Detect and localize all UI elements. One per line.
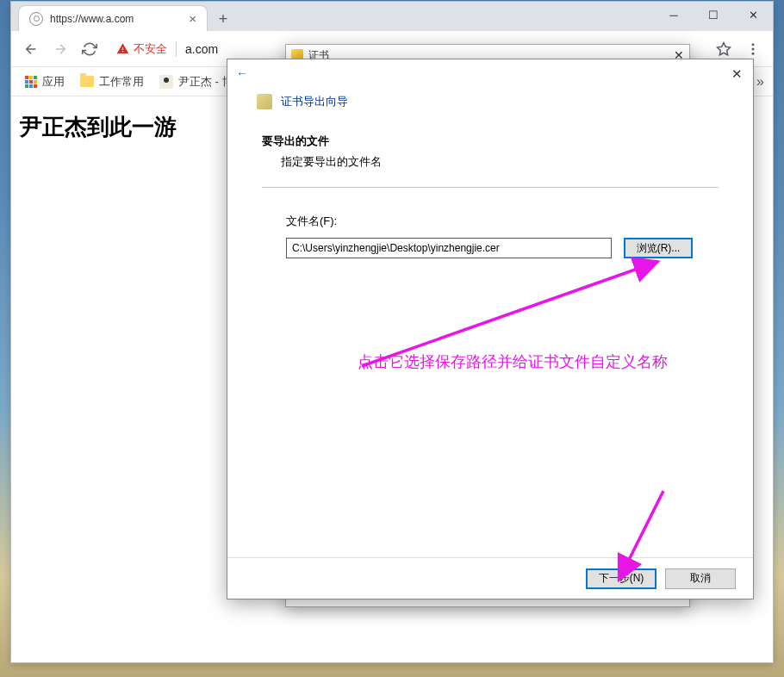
apps-label: 应用 — [42, 74, 65, 90]
export-wizard-dialog: ← ✕ 证书导出向导 要导出的文件 指定要导出的文件名 文件名(F): 浏览(R… — [227, 59, 754, 599]
avatar-icon — [159, 75, 173, 89]
wizard-body: 要导出的文件 指定要导出的文件名 文件名(F): 浏览(R)... — [227, 125, 753, 258]
security-text: 不安全 — [134, 41, 167, 57]
browser-tab[interactable]: https://www.a.com × — [18, 5, 208, 31]
maximize-button[interactable]: ☐ — [694, 2, 733, 28]
section-subtitle: 指定要导出的文件名 — [262, 154, 719, 182]
svg-point-3 — [752, 52, 755, 54]
apps-grid-icon — [25, 76, 37, 88]
wizard-footer: 下一步(N) 取消 — [227, 557, 753, 599]
back-button[interactable] — [18, 36, 44, 62]
page-heading: 尹正杰到此一游 — [20, 114, 177, 140]
wizard-title: 证书导出向导 — [281, 94, 348, 109]
svg-point-1 — [752, 43, 755, 46]
wizard-close-button[interactable]: ✕ — [731, 66, 743, 82]
titlebar: https://www.a.com × + ─ ☐ ✕ — [11, 2, 773, 31]
warning-icon — [116, 42, 129, 55]
filename-row: 浏览(R)... — [262, 238, 719, 258]
cancel-button[interactable]: 取消 — [665, 568, 736, 589]
url-text: a.com — [185, 42, 218, 56]
address-field[interactable]: 不安全 a.com — [116, 41, 218, 57]
close-window-button[interactable]: ✕ — [733, 2, 773, 28]
bookmark-label: 尹正杰 - 博 — [178, 74, 233, 90]
certificate-wizard-icon — [257, 94, 272, 109]
svg-point-2 — [752, 47, 755, 50]
wizard-back-button[interactable]: ← — [236, 66, 248, 80]
bookmarks-overflow-icon[interactable]: » — [756, 74, 764, 90]
browser-menu-icon[interactable] — [740, 36, 766, 62]
globe-icon — [29, 12, 43, 26]
bookmark-folder[interactable]: 工作常用 — [75, 71, 149, 93]
filename-label: 文件名(F): — [262, 214, 719, 238]
apps-button[interactable]: 应用 — [20, 71, 70, 93]
wizard-header: 证书导出向导 — [227, 59, 753, 125]
bookmark-star-icon[interactable] — [711, 36, 737, 62]
reload-button[interactable] — [77, 36, 103, 62]
folder-label: 工作常用 — [99, 74, 144, 90]
new-tab-button[interactable]: + — [211, 7, 235, 31]
bookmark-item[interactable]: 尹正杰 - 博 — [154, 71, 239, 93]
forward-button[interactable] — [47, 36, 73, 62]
annotation-browse-hint: 点击它选择保存路径并给证书文件自定义名称 — [358, 351, 668, 372]
svg-marker-0 — [718, 42, 731, 54]
folder-icon — [80, 76, 94, 87]
section-title: 要导出的文件 — [262, 134, 719, 154]
tab-title: https://www.a.com — [50, 13, 134, 25]
divider — [262, 187, 719, 188]
minimize-button[interactable]: ─ — [654, 2, 694, 28]
next-button[interactable]: 下一步(N) — [586, 568, 656, 589]
filename-input[interactable] — [286, 238, 612, 258]
browse-button[interactable]: 浏览(R)... — [624, 238, 693, 258]
close-tab-icon[interactable]: × — [189, 11, 196, 26]
security-warning[interactable]: 不安全 — [116, 41, 177, 57]
